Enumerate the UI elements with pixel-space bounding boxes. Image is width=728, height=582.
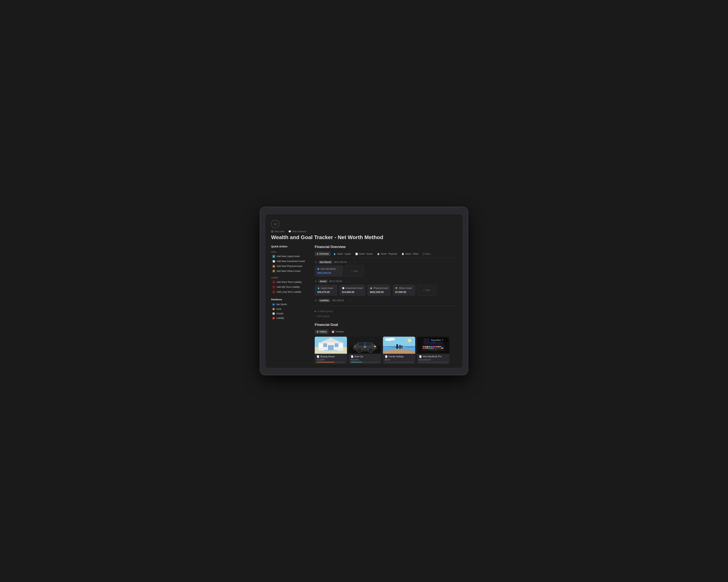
house-card-value: 61.623% (317, 359, 345, 361)
net-worth-db-icon: 🔷 (272, 303, 275, 306)
add-long-term-label: Add Long Term Liability (277, 290, 301, 293)
gallery-row: 📄 Buying House 61.623% (315, 337, 457, 364)
svg-rect-52 (423, 348, 424, 349)
db-goal[interactable]: 🎯 Goal (271, 307, 309, 311)
tab-other-label: Asset - Other (405, 253, 419, 255)
investment-card-value: $14,680.00 (342, 290, 363, 294)
more-icon: ··· (445, 339, 446, 341)
your-net-worth-card[interactable]: Your Net Worth $622,955.00 (315, 266, 343, 277)
asset-toggle[interactable]: ▼ (315, 280, 317, 282)
gallery-tab-label: Gallery (319, 330, 327, 333)
gallery-tab[interactable]: ⊞ Gallery (315, 329, 329, 334)
db-net-worth[interactable]: 🔷 Net Worth (271, 302, 309, 307)
tab-asset-liquid[interactable]: 💧 Asset - Liquid (331, 252, 353, 256)
svg-point-21 (369, 349, 372, 352)
net-worth-cards-row: Your Net Worth $622,955.00 + New (315, 266, 457, 277)
liquid-asset-card[interactable]: 💧 Liquid Asset $30,575.00 (315, 284, 337, 296)
nw-label: Your Net Worth (317, 268, 340, 270)
svg-rect-44 (426, 346, 428, 347)
add-mid-term-liability-button[interactable]: ⊘ Add Mid Term Liability (271, 285, 309, 289)
asset-plus-btn[interactable]: + (349, 280, 351, 283)
other-tab-icon: 📋 (401, 253, 404, 255)
net-worth-dots-btn[interactable]: ··· (349, 261, 352, 264)
liability-toggle[interactable]: ▼ (315, 299, 317, 302)
house-card-name: 📄 Buying House (317, 355, 345, 358)
asset-new-card[interactable]: + New (417, 284, 436, 296)
add-short-term-liability-button[interactable]: ⊘ Add Short Term Liability (271, 280, 309, 284)
liability-group-label: Liability (318, 299, 330, 302)
svg-rect-46 (431, 346, 432, 347)
overview-tabs: ⊕ Overview 💧 Asset - Liquid 📈 Asset - In… (315, 252, 457, 258)
hidden-group-label: 1 hidden group (317, 310, 333, 313)
new-car-card[interactable]: 📄 New Car 40.025% (349, 337, 381, 364)
net-worth-plus-btn[interactable]: + (354, 261, 356, 264)
add-comment-button[interactable]: 💬 Add comment (288, 230, 306, 233)
liability-group-header: ▼ Liability -$51,800.00 ··· + (315, 299, 457, 302)
db-assets-label: Assets (276, 312, 283, 315)
tab-overview[interactable]: ⊕ Overview (315, 252, 331, 256)
add-liquid-asset-button[interactable]: 💧 Add New Liquid Asset (271, 254, 309, 258)
tab-physical-label: Asset - Physical (381, 253, 397, 255)
add-comment-label: Add comment (292, 230, 306, 233)
db-assets[interactable]: 📊 Assets (271, 311, 309, 315)
new-card-label: New (354, 270, 358, 272)
house-progress-bg (317, 362, 345, 362)
others-asset-card[interactable]: 📦 Others Asset $7,500.00 (393, 284, 415, 296)
main-layout: Quick Action Asset 💧 Add New Liquid Asse… (271, 245, 457, 364)
add-investment-asset-button[interactable]: 📈 Add New Investment Asset (271, 259, 309, 264)
svg-rect-8 (328, 345, 334, 350)
add-short-term-label: Add Short Term Liability (277, 281, 302, 283)
others-card-icon: 📦 (395, 287, 397, 289)
tabs-more-button[interactable]: 3 more... (421, 252, 433, 256)
asset-dots-btn[interactable]: ··· (344, 280, 347, 283)
tablet-inner: ⊙ 🖼 Add cover 💬 Add comment Wealth and G… (265, 214, 463, 368)
hidden-group-toggle[interactable]: ▶ 1 hidden group (315, 309, 457, 313)
asset-new-label: New (425, 289, 430, 292)
liquid-card-value: $30,575.00 (317, 290, 335, 294)
family-holiday-card[interactable]: 📄 Family Holiday $0.00 (383, 337, 415, 364)
page-header: ⊙ 🖼 Add cover 💬 Add comment Wealth and G… (271, 220, 457, 241)
macbook-doc-icon: 📄 (419, 355, 422, 358)
macbook-card[interactable]: Reposition ✏ ··· (417, 337, 449, 364)
svg-point-25 (364, 346, 366, 348)
svg-rect-31 (396, 347, 397, 348)
timeline-tab[interactable]: 📅 Timeline (330, 329, 346, 334)
add-long-term-liability-button[interactable]: ⊘ Add Long Term Liability (271, 290, 309, 294)
svg-rect-34 (399, 347, 400, 349)
svg-rect-56 (431, 348, 432, 349)
add-group-button[interactable]: + Add a group (315, 314, 457, 318)
net-worth-toggle[interactable]: ▼ (315, 261, 317, 264)
db-net-worth-label: Net Worth (276, 303, 287, 306)
tab-asset-invest[interactable]: 📈 Asset - Invest (354, 252, 374, 256)
macbook-card-value: $562,000.00 (419, 359, 447, 361)
net-worth-group-actions: ··· + (349, 261, 356, 264)
house-image (315, 337, 347, 354)
tab-asset-physical[interactable]: 🏠 Asset - Physical (375, 252, 399, 256)
add-others-asset-button[interactable]: 📦 Add New Others Asset (271, 269, 309, 273)
svg-rect-32 (398, 347, 399, 348)
svg-point-23 (354, 346, 356, 347)
liquid-card-label: Liquid Asset (321, 287, 333, 289)
add-cover-button[interactable]: 🖼 Add cover (271, 230, 285, 233)
svg-point-19 (358, 349, 360, 352)
svg-point-33 (399, 345, 401, 347)
liability-dots-btn[interactable]: ··· (346, 299, 349, 302)
liability-plus-btn[interactable]: + (350, 299, 353, 302)
net-worth-new-card[interactable]: + New (345, 266, 364, 277)
physical-asset-card[interactable]: 🏠 Physical Asset $622,000.00 (367, 284, 391, 296)
investment-asset-card[interactable]: 📈 Investment Asset $14,680.00 (339, 284, 365, 296)
tab-asset-other[interactable]: 📋 Asset - Other (400, 252, 420, 256)
add-physical-asset-button[interactable]: 🏠 Add New Physical Asset (271, 264, 309, 269)
tab-invest-label: Asset - Invest (359, 253, 373, 255)
buying-house-card[interactable]: 📄 Buying House 61.623% (315, 337, 347, 364)
image-icon: 🖼 (271, 230, 274, 233)
page-icon-symbol: ⊙ (274, 222, 277, 226)
db-liability[interactable]: 🔴 Liability (271, 316, 309, 320)
asset-group-label: Asset (318, 280, 328, 283)
liability-group: ▼ Liability -$51,800.00 ··· + (315, 299, 457, 302)
liquid-asset-icon: 💧 (272, 255, 275, 258)
mid-term-icon: ⊘ (272, 285, 275, 288)
page-title: Wealth and Goal Tracker - Net Worth Meth… (271, 234, 457, 241)
svg-rect-43 (425, 346, 426, 347)
edit-icon: ✏ (442, 339, 444, 341)
